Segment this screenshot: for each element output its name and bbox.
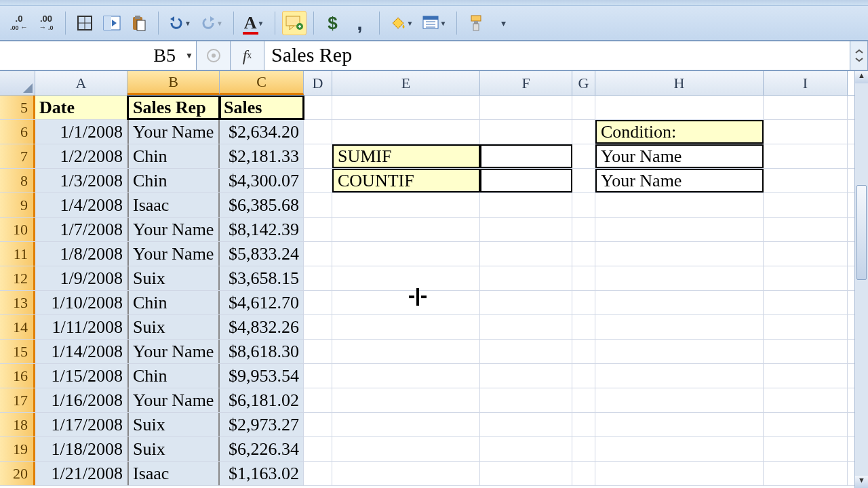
column-header-B[interactable]: B <box>127 71 220 95</box>
column-header-H[interactable]: H <box>595 71 764 95</box>
undo-button[interactable]: ▼ <box>165 11 195 35</box>
cell-E15[interactable] <box>332 340 480 363</box>
cell-E19[interactable] <box>332 437 480 461</box>
cell-D18[interactable] <box>304 413 332 436</box>
cell-A13[interactable]: 1/10/2008 <box>35 291 127 314</box>
row-header-7[interactable]: 7 <box>0 144 35 168</box>
cell-I5[interactable] <box>764 96 848 119</box>
row-header-11[interactable]: 11 <box>0 242 35 266</box>
cell-I8[interactable] <box>764 169 848 192</box>
column-header-D[interactable]: D <box>304 71 332 95</box>
cell-E9[interactable] <box>332 193 480 217</box>
cell-I7[interactable] <box>764 144 848 168</box>
cell-C18[interactable]: $2,973.27 <box>220 413 304 436</box>
cell-A8[interactable]: 1/3/2008 <box>35 169 127 192</box>
cell-D7[interactable] <box>304 144 332 168</box>
cell-I10[interactable] <box>764 218 848 241</box>
cell-D19[interactable] <box>304 437 332 461</box>
cell-B16[interactable]: Chin <box>127 364 220 388</box>
column-header-E[interactable]: E <box>332 71 480 95</box>
cell-D6[interactable] <box>304 120 332 144</box>
cell-B14[interactable]: Suix <box>127 315 220 339</box>
cell-H19[interactable] <box>595 437 764 461</box>
fill-color-button[interactable]: ▼ <box>387 11 417 35</box>
cell-E17[interactable] <box>332 388 480 412</box>
cell-G11[interactable] <box>572 242 595 266</box>
cell-D9[interactable] <box>304 193 332 217</box>
cell-C13[interactable]: $4,612.70 <box>220 291 304 314</box>
scroll-down-button[interactable]: ▼ <box>855 476 868 488</box>
cell-H16[interactable] <box>595 364 764 388</box>
cell-H10[interactable] <box>595 218 764 241</box>
cell-F20[interactable] <box>480 462 572 485</box>
cell-H20[interactable] <box>595 462 764 485</box>
cell-B6[interactable]: Your Name <box>127 120 220 144</box>
cell-A16[interactable]: 1/15/2008 <box>35 364 127 388</box>
cell-C9[interactable]: $6,385.68 <box>220 193 304 217</box>
cell-G10[interactable] <box>572 218 595 241</box>
cell-G12[interactable] <box>572 266 595 290</box>
cell-B7[interactable]: Chin <box>127 144 220 168</box>
cell-D20[interactable] <box>304 462 332 485</box>
column-header-G[interactable]: G <box>572 71 595 95</box>
row-header-9[interactable]: 9 <box>0 193 35 217</box>
row-header-8[interactable]: 8 <box>0 169 35 192</box>
cell-I12[interactable] <box>764 266 848 290</box>
cell-E8[interactable]: COUNTIF <box>332 169 480 192</box>
cell-D15[interactable] <box>304 340 332 363</box>
cell-A17[interactable]: 1/16/2008 <box>35 388 127 412</box>
cell-A19[interactable]: 1/18/2008 <box>35 437 127 461</box>
cell-H11[interactable] <box>595 242 764 266</box>
currency-button[interactable]: $ <box>321 11 345 35</box>
cell-D5[interactable] <box>304 96 332 119</box>
cell-B19[interactable]: Suix <box>127 437 220 461</box>
sort-filter-button[interactable]: ▼ <box>419 11 450 35</box>
toolbar-more-button[interactable]: ▾ <box>491 11 515 35</box>
row-header-14[interactable]: 14 <box>0 315 35 339</box>
cell-B11[interactable]: Your Name <box>127 242 220 266</box>
cell-B8[interactable]: Chin <box>127 169 220 192</box>
merge-button[interactable] <box>100 11 124 35</box>
cell-F12[interactable] <box>480 266 572 290</box>
cell-D8[interactable] <box>304 169 332 192</box>
cell-A18[interactable]: 1/17/2008 <box>35 413 127 436</box>
cell-D10[interactable] <box>304 218 332 241</box>
row-header-15[interactable]: 15 <box>0 340 35 363</box>
formula-expand-button[interactable] <box>850 41 868 70</box>
cell-A15[interactable]: 1/14/2008 <box>35 340 127 363</box>
cell-E5[interactable] <box>332 96 480 119</box>
row-header-5[interactable]: 5 <box>0 96 35 119</box>
cell-B5[interactable]: Sales Rep <box>127 96 220 119</box>
cell-A5[interactable]: Date <box>35 96 127 119</box>
cell-E14[interactable] <box>332 315 480 339</box>
cell-B17[interactable]: Your Name <box>127 388 220 412</box>
cell-B15[interactable]: Your Name <box>127 340 220 363</box>
cell-E11[interactable] <box>332 242 480 266</box>
row-header-13[interactable]: 13 <box>0 291 35 314</box>
cell-H15[interactable] <box>595 340 764 363</box>
cell-E18[interactable] <box>332 413 480 436</box>
cell-G7[interactable] <box>572 144 595 168</box>
cell-G5[interactable] <box>572 96 595 119</box>
cell-G6[interactable] <box>572 120 595 144</box>
cell-F5[interactable] <box>480 96 572 119</box>
cell-C16[interactable]: $9,953.54 <box>220 364 304 388</box>
vertical-scrollbar[interactable]: ▲ ▼ <box>854 71 868 488</box>
paste-button[interactable] <box>127 11 151 35</box>
cell-G20[interactable] <box>572 462 595 485</box>
cell-I19[interactable] <box>764 437 848 461</box>
row-header-18[interactable]: 18 <box>0 413 35 436</box>
cell-I13[interactable] <box>764 291 848 314</box>
cell-C11[interactable]: $5,833.24 <box>220 242 304 266</box>
cell-D14[interactable] <box>304 315 332 339</box>
cell-B18[interactable]: Suix <box>127 413 220 436</box>
cell-H9[interactable] <box>595 193 764 217</box>
cell-E16[interactable] <box>332 364 480 388</box>
row-header-20[interactable]: 20 <box>0 462 35 485</box>
cell-I18[interactable] <box>764 413 848 436</box>
cell-C6[interactable]: $2,634.20 <box>220 120 304 144</box>
cell-F15[interactable] <box>480 340 572 363</box>
insert-comment-button[interactable] <box>282 11 307 35</box>
cell-H14[interactable] <box>595 315 764 339</box>
font-color-button[interactable]: A▼ <box>241 11 268 35</box>
